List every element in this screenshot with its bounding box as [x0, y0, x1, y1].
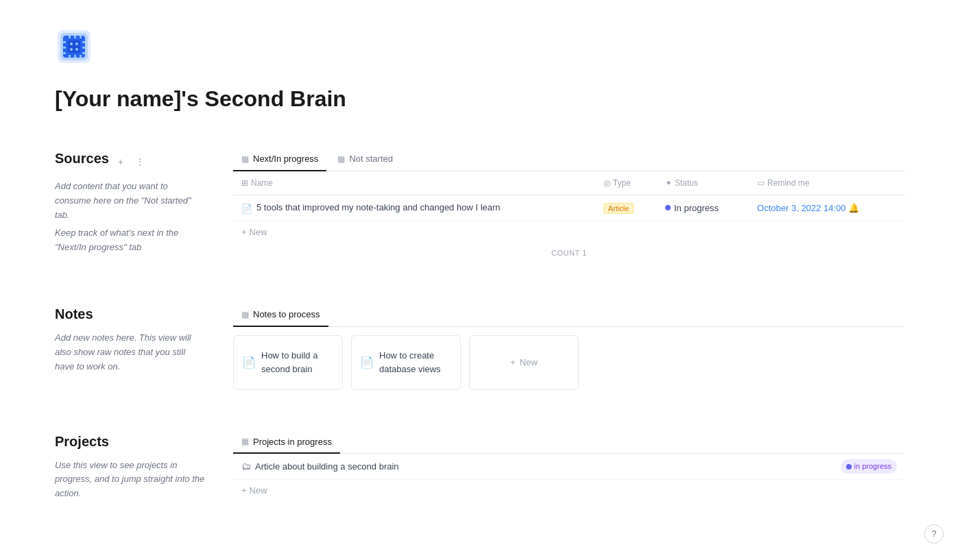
page-title: [Your name]'s Second Brain: [55, 82, 905, 115]
notes-gallery: 📄 How to build a second brain 📄 How to c…: [233, 335, 905, 390]
svg-rect-10: [63, 47, 66, 49]
project-name-cell: 🗂 Article about building a second brain: [233, 454, 706, 480]
remind-col-icon: ▭: [757, 177, 765, 189]
tab-next-in-progress[interactable]: ▦ Next/In progress: [233, 148, 326, 171]
svg-rect-4: [74, 36, 76, 38]
add-note-plus-icon: +: [510, 356, 516, 369]
add-new-source-row[interactable]: + New: [233, 221, 905, 243]
row-remind-cell: October 3, 2022 14:00 🔔: [749, 195, 905, 221]
svg-rect-3: [69, 36, 71, 38]
alarm-icon: 🔔: [848, 202, 859, 215]
sources-content: ▦ Next/In progress ▦ Not started ⊞ Name: [233, 148, 905, 263]
type-badge: Article: [603, 203, 634, 214]
table-row: 📄 5 tools that improved my note-taking a…: [233, 195, 905, 221]
status-label: In progress: [674, 202, 719, 215]
app-logo: [55, 27, 93, 66]
table-icon2: ▦: [337, 153, 345, 165]
col-status: ✦ Status: [657, 171, 749, 195]
sources-tabs: ▦ Next/In progress ▦ Not started: [233, 148, 905, 171]
projects-desc: Use this view to see projects in progres…: [55, 459, 206, 501]
projects-tab-label: Projects in progress: [253, 435, 332, 449]
projects-section: Projects Use this view to see projects i…: [55, 431, 905, 505]
type-col-icon: ◎: [603, 177, 610, 189]
note-card-1[interactable]: 📄 How to build a second brain: [233, 335, 343, 390]
row-name-cell: 📄 5 tools that improved my note-taking a…: [233, 195, 595, 221]
add-new-note-card[interactable]: + New: [469, 335, 579, 390]
row-type-cell: Article: [595, 195, 657, 221]
svg-rect-7: [74, 55, 76, 58]
svg-rect-15: [68, 40, 80, 53]
col-type: ◎ Type: [595, 171, 657, 195]
sources-add-icon[interactable]: +: [113, 154, 128, 169]
svg-rect-9: [63, 41, 66, 43]
notes-heading: Notes: [55, 304, 206, 324]
note-card-1-title: How to build a second brain: [261, 349, 334, 376]
svg-rect-13: [82, 47, 85, 49]
help-button[interactable]: ?: [924, 524, 944, 544]
status-dot: [665, 205, 671, 210]
tab-next-label: Next/In progress: [253, 152, 318, 166]
projects-table: 🗂 Article about building a second brain …: [233, 454, 905, 480]
tab-projects-in-progress[interactable]: ▦ Projects in progress: [233, 431, 340, 454]
row-status-cell: In progress: [657, 195, 749, 221]
plus-icon2: +: [241, 484, 247, 498]
notes-content: ▦ Notes to process 📄 How to build a seco…: [233, 304, 905, 390]
col-remind-me: ▭ Remind me: [749, 171, 905, 195]
project-status-dot: [846, 464, 852, 470]
table-icon4: ▦: [241, 435, 249, 448]
note-card-2-title: How to create database views: [379, 349, 452, 376]
note-doc-icon1: 📄: [242, 354, 256, 371]
svg-point-17: [75, 42, 78, 45]
projects-content: ▦ Projects in progress 🗂 Article about b…: [233, 431, 905, 505]
sources-heading: Sources: [55, 148, 109, 169]
sources-table: ⊞ Name ◎ Type ✦: [233, 171, 905, 222]
table-icon3: ▦: [241, 308, 249, 321]
table-icon: ▦: [241, 153, 249, 165]
svg-rect-12: [82, 41, 85, 43]
projects-heading: Projects: [55, 431, 206, 452]
row-name[interactable]: 5 tools that improved my note-taking and…: [256, 201, 501, 215]
svg-rect-14: [82, 52, 85, 54]
sources-section: Sources + ⋮ Add content that you want to…: [55, 148, 905, 263]
project-status-text: in progress: [854, 461, 891, 472]
svg-rect-5: [80, 36, 82, 38]
notes-section: Notes Add new notes here. This view will…: [55, 304, 905, 390]
note-doc-icon2: 📄: [360, 354, 374, 371]
svg-rect-6: [69, 55, 71, 58]
sources-menu-icon[interactable]: ⋮: [132, 154, 147, 169]
plus-icon: +: [241, 226, 247, 239]
tab-not-started-label: Not started: [349, 152, 393, 166]
col-name: ⊞ Name: [233, 171, 595, 195]
tab-not-started[interactable]: ▦ Not started: [329, 148, 401, 171]
notes-tabs: ▦ Notes to process: [233, 304, 905, 327]
project-name[interactable]: Article about building a second brain: [255, 460, 399, 474]
doc-icon: 📄: [241, 202, 252, 216]
note-card-2[interactable]: 📄 How to create database views: [351, 335, 461, 390]
add-note-label: New: [520, 356, 538, 369]
status-col-icon: ✦: [665, 177, 672, 189]
project-status-cell: in progress: [706, 454, 905, 480]
svg-point-19: [75, 48, 78, 51]
sources-sidebar: Sources + ⋮ Add content that you want to…: [55, 148, 206, 263]
projects-sidebar: Projects Use this view to see projects i…: [55, 431, 206, 505]
project-row: 🗂 Article about building a second brain …: [233, 454, 905, 480]
remind-date: October 3, 2022 14:00: [757, 202, 845, 215]
svg-point-16: [70, 42, 73, 45]
svg-point-18: [70, 48, 73, 51]
project-icon: 🗂: [241, 459, 251, 474]
projects-tabs: ▦ Projects in progress: [233, 431, 905, 454]
name-col-icon: ⊞: [241, 177, 248, 189]
notes-tab-label: Notes to process: [253, 308, 320, 321]
notes-sidebar: Notes Add new notes here. This view will…: [55, 304, 206, 390]
svg-rect-11: [63, 52, 66, 54]
sources-desc2: Keep track of what's next in the "Next/I…: [55, 226, 206, 255]
help-label: ?: [931, 527, 936, 541]
count-row: COUNT 1: [233, 243, 905, 263]
sources-desc1: Add content that you want to consume her…: [55, 180, 206, 222]
svg-rect-8: [80, 55, 82, 58]
project-status-badge: in progress: [841, 459, 897, 474]
add-new-project-row[interactable]: + New: [233, 480, 905, 502]
notes-desc: Add new notes here. This view will also …: [55, 331, 206, 374]
tab-notes-to-process[interactable]: ▦ Notes to process: [233, 304, 328, 327]
